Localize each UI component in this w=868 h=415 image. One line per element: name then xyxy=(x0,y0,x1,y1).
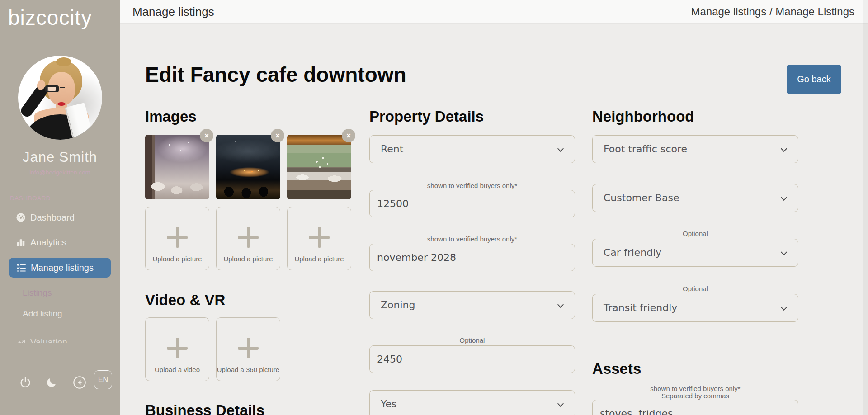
plus-icon xyxy=(167,227,188,248)
page-title: Manage listings xyxy=(132,0,214,24)
sidebar-subitem-add-listing[interactable]: Add listing xyxy=(23,305,62,323)
chevron-down-icon xyxy=(557,302,564,308)
upload-label: Upload a picture xyxy=(146,255,209,263)
close-icon: ✕ xyxy=(346,132,351,139)
listing-photo-green-mural xyxy=(287,135,351,199)
plus-icon xyxy=(309,227,330,248)
video-section-title: Video & VR xyxy=(145,291,225,309)
property-section-title: Property Details xyxy=(369,108,484,126)
chevron-down-icon xyxy=(557,401,564,407)
close-icon: ✕ xyxy=(204,132,209,139)
select-value: Car friendly xyxy=(604,239,661,266)
foot-traffic-select[interactable]: Foot traffic score xyxy=(592,135,798,163)
gauge-icon xyxy=(16,212,26,222)
zoning-select[interactable]: Zoning xyxy=(369,291,575,319)
chevron-down-icon xyxy=(781,249,787,255)
business-section-title: Business Details xyxy=(145,401,264,415)
moon-icon[interactable] xyxy=(46,377,57,388)
remove-image-button[interactable]: ✕ xyxy=(200,129,213,142)
assets-section-title: Assets xyxy=(592,360,641,378)
back-circle-icon[interactable] xyxy=(72,375,87,390)
chevron-down-icon xyxy=(557,146,564,152)
user-name: Jane Smith xyxy=(0,149,120,165)
sidebar-item-label: Analytics xyxy=(30,237,66,248)
upload-label: Upload a picture xyxy=(288,255,351,263)
select-value: Rent xyxy=(381,136,403,163)
page-scrollbar[interactable] xyxy=(863,0,868,415)
upload-label: Upload a video xyxy=(146,366,209,373)
trending-up-icon xyxy=(16,337,26,343)
topbar: Manage listings Manage listings / Manage… xyxy=(120,0,868,24)
sidebar-item-label: Manage listings xyxy=(31,263,94,273)
brand-logo: bizcocity xyxy=(8,5,92,30)
sidebar-subitem-listings[interactable]: Listings xyxy=(23,284,52,302)
chevron-down-icon xyxy=(781,146,787,152)
plus-icon xyxy=(167,338,188,358)
sidebar-item-dashboard[interactable]: Dashboard xyxy=(0,208,120,227)
customer-base-select[interactable]: Customer Base xyxy=(592,184,798,212)
verified-buyers-label: shown to verified buyers only* xyxy=(592,385,798,392)
remove-image-button[interactable]: ✕ xyxy=(271,129,284,142)
close-icon: ✕ xyxy=(275,132,280,139)
plus-icon xyxy=(238,338,259,358)
separated-by-commas-label: Separated by commas xyxy=(592,392,798,400)
sidebar-item-label: Valuation xyxy=(30,337,67,343)
car-friendly-select[interactable]: Car friendly xyxy=(592,239,798,267)
content-area: Edit Fancy cafe downtown Go back Images … xyxy=(120,24,868,415)
go-back-button[interactable]: Go back xyxy=(787,65,841,94)
remove-image-button[interactable]: ✕ xyxy=(342,129,355,142)
select-value: Foot traffic score xyxy=(604,136,687,163)
select-value: Customer Base xyxy=(604,184,679,212)
assets-input[interactable] xyxy=(592,400,798,415)
avatar-lips xyxy=(57,102,66,106)
select-value: Transit friendly xyxy=(604,294,677,321)
upload-picture-tile[interactable]: Upload a picture xyxy=(287,207,351,270)
square-footage-input[interactable] xyxy=(369,345,575,373)
verified-buyers-label: shown to verified buyers only* xyxy=(369,235,575,243)
avatar-hair-bun xyxy=(56,57,71,66)
upload-video-tile[interactable]: Upload a video xyxy=(145,317,209,381)
upload-picture-tile[interactable]: Upload a picture xyxy=(216,207,280,270)
select-value: Yes xyxy=(381,391,397,415)
neighborhood-section-title: Neighborhood xyxy=(592,108,694,126)
listing-photo-dark-bar xyxy=(216,135,280,199)
yes-no-select[interactable]: Yes xyxy=(369,390,575,415)
select-value: Zoning xyxy=(381,292,415,319)
sidebar-item-valuation[interactable]: Valuation xyxy=(0,333,120,343)
sidebar-item-analytics[interactable]: Analytics xyxy=(0,232,120,252)
sidebar: bizcocity Jane Smith info@hedgekitten.co… xyxy=(0,0,120,415)
list-check-icon xyxy=(16,262,27,273)
plus-icon xyxy=(238,227,259,248)
upload-label: Upload a picture xyxy=(217,255,280,263)
images-section-title: Images xyxy=(145,108,197,126)
sidebar-section-label: DASHBOARD xyxy=(10,195,51,202)
verified-buyers-label: shown to verified buyers only* xyxy=(369,182,575,189)
sidebar-footer: EN xyxy=(0,370,120,397)
optional-label: Optional xyxy=(592,230,798,237)
glasses-icon xyxy=(45,85,80,93)
avatar xyxy=(18,56,102,140)
sidebar-menu-clip: Valuation xyxy=(0,333,120,343)
chevron-down-icon xyxy=(781,304,787,311)
sidebar-item-manage-listings[interactable]: Manage listings xyxy=(9,258,111,278)
listing-photo-chandelier xyxy=(145,135,209,199)
upload-picture-tile[interactable]: Upload a picture xyxy=(145,207,209,270)
power-icon[interactable] xyxy=(19,376,32,389)
transit-friendly-select[interactable]: Transit friendly xyxy=(592,294,798,322)
price-input[interactable] xyxy=(369,190,575,217)
user-email: info@hedgekitten.com xyxy=(0,169,120,176)
bar-chart-icon xyxy=(16,237,26,247)
language-toggle[interactable]: EN xyxy=(94,370,112,389)
sidebar-item-label: Dashboard xyxy=(30,212,75,223)
upload-label: Upload a 360 picture xyxy=(217,366,280,373)
edit-listing-heading: Edit Fancy cafe downtown xyxy=(145,62,406,87)
rent-or-sale-select[interactable]: Rent xyxy=(369,135,575,163)
optional-label: Optional xyxy=(592,285,798,292)
optional-label: Optional xyxy=(369,336,575,344)
upload-360-picture-tile[interactable]: Upload a 360 picture xyxy=(216,317,280,381)
app-window: bizcocity Jane Smith info@hedgekitten.co… xyxy=(0,0,868,415)
chevron-down-icon xyxy=(781,194,787,201)
lease-date-input[interactable] xyxy=(369,244,575,271)
breadcrumb[interactable]: Manage listings / Manage Listings xyxy=(691,0,854,24)
